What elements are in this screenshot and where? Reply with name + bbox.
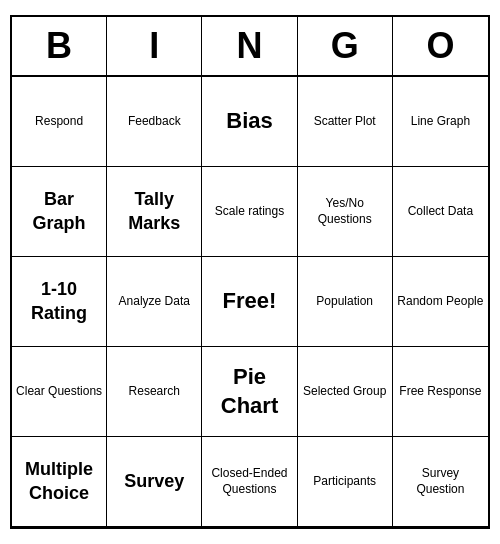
cell-text: Free Response — [399, 384, 481, 400]
bingo-cell: Free Response — [393, 347, 488, 437]
cell-text: Collect Data — [408, 204, 473, 220]
bingo-cell: Bias — [202, 77, 297, 167]
bingo-cell: Selected Group — [298, 347, 393, 437]
bingo-cell: Participants — [298, 437, 393, 527]
cell-text: Line Graph — [411, 114, 470, 130]
cell-text: Survey Question — [397, 466, 484, 497]
cell-text: Pie Chart — [206, 363, 292, 420]
header-letter: G — [298, 17, 393, 75]
cell-text: Feedback — [128, 114, 181, 130]
bingo-cell: Respond — [12, 77, 107, 167]
bingo-cell: Bar Graph — [12, 167, 107, 257]
cell-text: Population — [316, 294, 373, 310]
header-letter: O — [393, 17, 488, 75]
cell-text: Closed-Ended Questions — [206, 466, 292, 497]
bingo-cell: Collect Data — [393, 167, 488, 257]
bingo-cell: Multiple Choice — [12, 437, 107, 527]
cell-text: Respond — [35, 114, 83, 130]
header-letter: N — [202, 17, 297, 75]
bingo-cell: Population — [298, 257, 393, 347]
cell-text: Bar Graph — [16, 188, 102, 235]
cell-text: Scatter Plot — [314, 114, 376, 130]
cell-text: Free! — [223, 287, 277, 316]
bingo-cell: Survey Question — [393, 437, 488, 527]
bingo-cell: Scatter Plot — [298, 77, 393, 167]
bingo-grid: RespondFeedbackBiasScatter PlotLine Grap… — [12, 77, 488, 527]
header-letter: I — [107, 17, 202, 75]
bingo-cell: Pie Chart — [202, 347, 297, 437]
cell-text: Tally Marks — [111, 188, 197, 235]
cell-text: Selected Group — [303, 384, 386, 400]
cell-text: 1-10 Rating — [16, 278, 102, 325]
cell-text: Clear Questions — [16, 384, 102, 400]
bingo-header: BINGO — [12, 17, 488, 77]
bingo-card: BINGO RespondFeedbackBiasScatter PlotLin… — [10, 15, 490, 529]
cell-text: Survey — [124, 470, 184, 493]
bingo-cell: Survey — [107, 437, 202, 527]
cell-text: Scale ratings — [215, 204, 284, 220]
bingo-cell: Free! — [202, 257, 297, 347]
bingo-cell: Research — [107, 347, 202, 437]
bingo-cell: Feedback — [107, 77, 202, 167]
bingo-cell: 1-10 Rating — [12, 257, 107, 347]
bingo-cell: Random People — [393, 257, 488, 347]
bingo-cell: Tally Marks — [107, 167, 202, 257]
bingo-cell: Line Graph — [393, 77, 488, 167]
bingo-cell: Clear Questions — [12, 347, 107, 437]
cell-text: Participants — [313, 474, 376, 490]
cell-text: Yes/No Questions — [302, 196, 388, 227]
header-letter: B — [12, 17, 107, 75]
cell-text: Random People — [397, 294, 483, 310]
bingo-cell: Closed-Ended Questions — [202, 437, 297, 527]
cell-text: Research — [129, 384, 180, 400]
cell-text: Multiple Choice — [16, 458, 102, 505]
cell-text: Bias — [226, 107, 272, 136]
bingo-cell: Analyze Data — [107, 257, 202, 347]
bingo-cell: Scale ratings — [202, 167, 297, 257]
bingo-cell: Yes/No Questions — [298, 167, 393, 257]
cell-text: Analyze Data — [119, 294, 190, 310]
